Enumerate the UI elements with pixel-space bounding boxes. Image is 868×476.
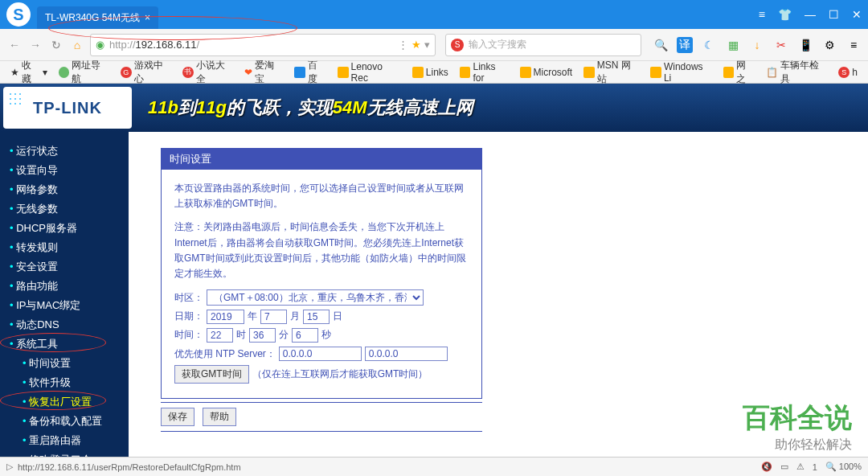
help-button[interactable]: 帮助	[203, 408, 236, 426]
status-url: http://192.168.6.11/userRpm/RestoreDefau…	[18, 462, 241, 472]
url-protocol: http://	[109, 39, 136, 51]
bookmark-fav[interactable]: ★ 收藏 ▾	[6, 57, 51, 88]
search-placeholder: 输入文字搜索	[469, 38, 526, 51]
panel-desc: 本页设置路由器的系统时间，您可以选择自己设置时间或者从互联网上获取标准的GMT时…	[174, 181, 469, 211]
url-host: 192.168.6.11	[136, 39, 197, 51]
submenu-factory-reset[interactable]: 恢复出厂设置	[0, 392, 129, 412]
bookmark-nav[interactable]: 网址导航	[55, 57, 113, 88]
menu-systools[interactable]: 系统工具	[0, 334, 129, 354]
translate-icon[interactable]: 译	[677, 37, 693, 53]
sidebar-menu: 运行状态 设置向导 网络参数 无线参数 DHCP服务器 转发规则 安全设置 路由…	[0, 132, 129, 457]
read-icon[interactable]: ▭	[780, 462, 788, 472]
submenu-backup[interactable]: 备份和载入配置	[0, 412, 129, 431]
submenu-time[interactable]: 时间设置	[0, 354, 129, 373]
bookmark-car[interactable]: 📋车辆年检具	[762, 57, 831, 88]
bookmark-ms[interactable]: Microsoft	[516, 65, 577, 80]
menu-ddns[interactable]: 动态DNS	[0, 315, 129, 334]
panel-title: 时间设置	[162, 149, 481, 170]
watermark-sub: 助你轻松解决	[743, 437, 852, 453]
forward-icon[interactable]: →	[27, 37, 43, 53]
home-icon[interactable]: ⌂	[69, 37, 85, 53]
time-label: 时间：	[174, 327, 203, 343]
bookmark-game[interactable]: G游戏中心	[117, 57, 175, 88]
ntp1-input[interactable]	[279, 347, 362, 361]
bookmark-linksfor[interactable]: Links for	[456, 60, 513, 85]
menu-ipmac[interactable]: IP与MAC绑定	[0, 296, 129, 315]
scissors-icon[interactable]: ✂	[773, 37, 789, 53]
bookmark-lenovo[interactable]: Lenovo Rec	[334, 60, 405, 85]
day-input[interactable]	[303, 310, 330, 324]
submenu-reboot[interactable]: 重启路由器	[0, 431, 129, 450]
menu-status[interactable]: 运行状态	[0, 142, 129, 161]
bookmark-sh[interactable]: Sh	[834, 65, 862, 80]
tz-label: 时区：	[174, 290, 203, 306]
maximize-icon[interactable]: ☐	[829, 8, 839, 21]
bookmark-baidu[interactable]: 百度	[290, 57, 330, 88]
get-gmt-button[interactable]: 获取GMT时间	[174, 365, 249, 384]
browser-tab[interactable]: TL-WR340G 54M无线 ×	[37, 6, 158, 29]
menu-forward[interactable]: 转发规则	[0, 238, 129, 257]
content-area: 时间设置 本页设置路由器的系统时间，您可以选择自己设置时间或者从互联网上获取标准…	[129, 132, 868, 457]
bookmark-bar: ★ 收藏 ▾ 网址导航 G游戏中心 书小说大全 ❤爱淘宝 百度 Lenovo R…	[0, 61, 868, 84]
year-input[interactable]	[207, 310, 244, 324]
submenu-upgrade[interactable]: 软件升级	[0, 373, 129, 392]
title-bar: S TL-WR340G 54M无线 × ≡ 👕 — ☐ ✕	[0, 0, 868, 29]
menu-bars-icon[interactable]: ≡	[845, 37, 862, 53]
tz-select[interactable]: （GMT＋08:00）北京，重庆，乌鲁木齐，香港特别行政区，台北	[207, 289, 424, 306]
menu-network[interactable]: 网络参数	[0, 180, 129, 199]
bookmark-taobao[interactable]: ❤爱淘宝	[240, 57, 287, 88]
bookmark-links[interactable]: Links	[408, 65, 452, 80]
search-input[interactable]: S 输入文字搜索	[445, 34, 641, 56]
close-icon[interactable]: ✕	[852, 8, 862, 21]
ntp2-input[interactable]	[365, 347, 448, 361]
grid-icon[interactable]: ▦	[725, 37, 741, 53]
bookmark-wz[interactable]: 网之	[719, 57, 760, 88]
bookmark-novel[interactable]: 书小说大全	[178, 57, 237, 88]
bookmark-win[interactable]: Windows Li	[646, 60, 715, 85]
phone-icon[interactable]: 📱	[797, 37, 813, 53]
menu-wireless[interactable]: 无线参数	[0, 199, 129, 219]
url-menu-icon[interactable]: ⋮	[398, 39, 408, 51]
menu-dhcp[interactable]: DHCP服务器	[0, 219, 129, 238]
menu-wizard[interactable]: 设置向导	[0, 161, 129, 180]
router-banner: TP-LINK 11b到11g的飞跃，实现54M无线高速上网	[0, 84, 868, 132]
zoom-level[interactable]: 🔍 100%	[825, 462, 862, 472]
url-input[interactable]: ◉ http:// 192.168.6.11 / ⋮ ★ ▾	[90, 34, 436, 56]
date-label: 日期：	[174, 309, 203, 324]
second-input[interactable]	[292, 328, 318, 343]
window-controls: ≡ 👕 — ☐ ✕	[759, 8, 862, 21]
bookmark-msn[interactable]: MSN 网站	[579, 57, 643, 88]
status-bar: ▷ http://192.168.6.11/userRpm/RestoreDef…	[0, 457, 868, 476]
tab-close-icon[interactable]: ×	[145, 12, 150, 23]
warn-icon[interactable]: ⚠	[796, 462, 805, 472]
menu-icon[interactable]: ≡	[759, 8, 765, 21]
search-icon[interactable]: 🔍	[653, 37, 669, 53]
dropdown-icon[interactable]: ▾	[424, 39, 430, 51]
menu-routing[interactable]: 路由功能	[0, 277, 129, 296]
menu-security[interactable]: 安全设置	[0, 257, 129, 277]
star-icon[interactable]: ★	[411, 39, 421, 51]
mute-icon[interactable]: 🔇	[761, 462, 772, 472]
month-input[interactable]	[260, 310, 287, 324]
night-icon[interactable]: ☾	[701, 37, 717, 53]
play-icon[interactable]: ▷	[6, 462, 13, 472]
gmt-note: （仅在连上互联网后才能获取GMT时间）	[252, 367, 428, 382]
submenu-password[interactable]: 修改登录口令	[0, 450, 129, 457]
skin-icon[interactable]: 👕	[778, 8, 792, 21]
ntp-label: 优先使用 NTP Server：	[174, 347, 276, 362]
download-icon[interactable]: ↓	[749, 37, 765, 53]
minute-input[interactable]	[249, 328, 276, 343]
watermark-title: 百科全说	[743, 400, 852, 437]
reload-icon[interactable]: ↻	[48, 37, 64, 53]
save-button[interactable]: 保存	[161, 408, 194, 426]
hour-input[interactable]	[207, 328, 233, 343]
back-icon[interactable]: ←	[6, 37, 23, 53]
sogou-icon: S	[451, 39, 464, 51]
watermark: 百科全说 助你轻松解决	[743, 400, 852, 453]
shield-icon: ◉	[96, 39, 104, 51]
tab-title: TL-WR340G 54M无线	[45, 11, 140, 25]
banner-slogan: 11b到11g的飞跃，实现54M无线高速上网	[148, 96, 473, 120]
panel-note: 注意：关闭路由器电源后，时间信息会丢失，当您下次开机连上Internet后，路由…	[174, 220, 469, 281]
minimize-icon[interactable]: —	[805, 8, 816, 21]
gear-icon[interactable]: ⚙	[821, 37, 837, 53]
